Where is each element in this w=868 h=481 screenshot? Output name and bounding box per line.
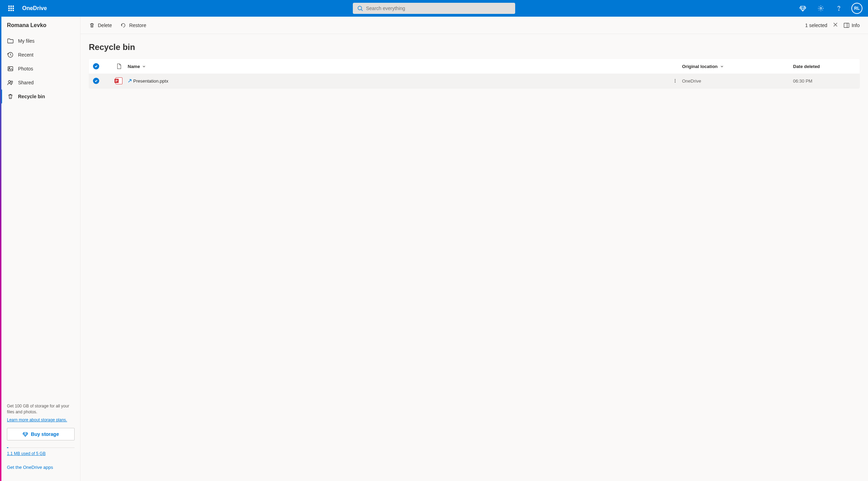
- table-row[interactable]: Presentation.pptx OneDrive 06:30 PM: [89, 74, 860, 88]
- table-header-row: Name Original location Date deleted: [89, 59, 860, 74]
- more-vertical-icon: [673, 78, 678, 83]
- info-button[interactable]: Info: [843, 22, 860, 28]
- shortcut-icon: [128, 79, 132, 83]
- svg-rect-5: [8, 67, 13, 71]
- sidebar: Romana Levko My files Recent Photos Shar…: [1, 17, 80, 481]
- check-icon: [94, 65, 98, 68]
- select-all-cell[interactable]: [93, 63, 110, 69]
- photo-icon: [7, 65, 14, 72]
- svg-rect-9: [844, 23, 849, 27]
- select-all-checkbox[interactable]: [93, 63, 99, 69]
- user-avatar[interactable]: RL: [851, 3, 862, 14]
- clock-icon: [7, 51, 14, 58]
- svg-point-3: [839, 10, 839, 10]
- column-location[interactable]: Original location: [682, 64, 793, 69]
- storage-bar: [7, 447, 75, 448]
- svg-point-8: [11, 81, 13, 83]
- app-header: OneDrive RL: [0, 0, 868, 17]
- nav-label: Recycle bin: [18, 94, 45, 99]
- buy-storage-label: Buy storage: [31, 431, 59, 437]
- powerpoint-icon: [116, 77, 122, 84]
- undo-icon: [120, 22, 126, 28]
- delete-button[interactable]: Delete: [89, 22, 112, 28]
- column-deleted-label: Date deleted: [793, 64, 820, 69]
- trash-icon: [89, 22, 95, 28]
- file-name-cell[interactable]: Presentation.pptx: [128, 78, 668, 84]
- settings-button[interactable]: [812, 0, 829, 17]
- row-more-button[interactable]: [668, 74, 682, 88]
- diamond-icon: [799, 5, 806, 12]
- nav-label: Shared: [18, 80, 34, 85]
- clear-selection-button[interactable]: [833, 22, 838, 29]
- location-cell: OneDrive: [682, 78, 793, 84]
- restore-button[interactable]: Restore: [120, 22, 146, 28]
- check-icon: [94, 79, 98, 83]
- brand-label[interactable]: OneDrive: [22, 5, 47, 11]
- svg-point-13: [675, 82, 675, 83]
- nav-list: My files Recent Photos Shared Recycle bi…: [1, 34, 80, 103]
- help-button[interactable]: [831, 0, 847, 17]
- premium-button[interactable]: [794, 0, 811, 17]
- header-actions: RL: [794, 0, 865, 17]
- document-icon: [116, 63, 122, 69]
- close-icon: [833, 22, 838, 27]
- page-title: Recycle bin: [80, 34, 868, 59]
- app-launcher-button[interactable]: [3, 0, 19, 17]
- storage-learn-more-link[interactable]: Learn more about storage plans.: [7, 417, 67, 422]
- nav-shared[interactable]: Shared: [1, 76, 80, 90]
- restore-label: Restore: [129, 23, 146, 28]
- command-bar: Delete Restore 1 selected Info: [80, 17, 868, 34]
- folder-icon: [7, 37, 14, 44]
- nav-label: My files: [18, 38, 34, 44]
- buy-storage-button[interactable]: Buy storage: [7, 428, 75, 440]
- chevron-down-icon: [142, 64, 146, 68]
- gear-icon: [817, 5, 824, 12]
- storage-used-link[interactable]: 1.1 MB used of 5 GB: [7, 451, 45, 456]
- file-name: Presentation.pptx: [133, 78, 168, 84]
- svg-point-12: [675, 81, 675, 81]
- column-date-deleted[interactable]: Date deleted: [793, 64, 856, 69]
- info-panel-icon: [843, 22, 850, 28]
- nav-label: Recent: [18, 52, 33, 58]
- get-apps-link[interactable]: Get the OneDrive apps: [7, 465, 75, 470]
- sidebar-user-name: Romana Levko: [1, 22, 80, 34]
- row-checkbox[interactable]: [93, 78, 99, 84]
- nav-photos[interactable]: Photos: [1, 62, 80, 76]
- svg-line-1: [361, 10, 363, 11]
- diamond-icon: [23, 431, 28, 437]
- waffle-icon: [8, 6, 14, 11]
- nav-label: Photos: [18, 66, 33, 71]
- search-box[interactable]: [353, 3, 515, 14]
- storage-promo-text: Get 100 GB of storage for all your files…: [7, 403, 75, 415]
- column-name[interactable]: Name: [128, 64, 668, 69]
- main-content: Delete Restore 1 selected Info Recycle b…: [80, 17, 868, 481]
- svg-point-0: [358, 6, 362, 10]
- row-select-cell[interactable]: [93, 78, 110, 84]
- svg-point-2: [820, 8, 822, 9]
- deleted-cell: 06:30 PM: [793, 78, 856, 84]
- file-type-cell: [110, 77, 128, 84]
- svg-point-7: [8, 81, 10, 83]
- nav-recent[interactable]: Recent: [1, 48, 80, 62]
- column-name-label: Name: [128, 64, 140, 69]
- selection-count: 1 selected: [805, 23, 827, 28]
- info-label: Info: [852, 23, 860, 28]
- nav-recycle-bin[interactable]: Recycle bin: [1, 90, 80, 103]
- svg-point-6: [9, 68, 10, 69]
- recycle-icon: [7, 93, 14, 100]
- delete-label: Delete: [98, 23, 112, 28]
- column-location-label: Original location: [682, 64, 718, 69]
- file-type-header[interactable]: [110, 63, 128, 69]
- svg-point-11: [675, 79, 675, 80]
- chevron-down-icon: [720, 64, 724, 68]
- nav-my-files[interactable]: My files: [1, 34, 80, 48]
- search-icon: [357, 5, 363, 11]
- file-table: Name Original location Date deleted: [89, 59, 860, 88]
- search-input[interactable]: [366, 6, 511, 11]
- people-icon: [7, 79, 14, 86]
- help-icon: [835, 5, 842, 12]
